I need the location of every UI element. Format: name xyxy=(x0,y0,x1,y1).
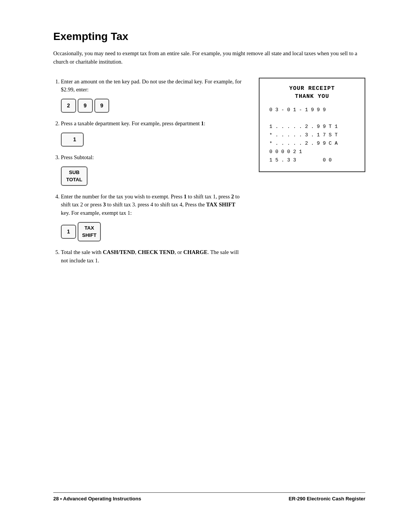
key-subtotal: SUB TOTAL xyxy=(61,166,88,186)
steps-list: Enter an amount on the ten key pad. Do n… xyxy=(53,78,244,265)
step-2-text: Press a taxable department key. For exam… xyxy=(61,120,244,128)
key-taxshift: TAX SHIFT xyxy=(78,222,101,241)
receipt-column: YOUR RECEIPT THANK YOU 0 3 - 0 1 - 1 9 9… xyxy=(259,78,365,493)
step-1-keys: 2 9 9 xyxy=(61,99,244,113)
step-1-text: Enter an amount on the ten key pad. Do n… xyxy=(61,78,244,94)
page-title: Exempting Tax xyxy=(53,30,365,43)
key-total-label: TOTAL xyxy=(66,176,82,184)
key-9b: 9 xyxy=(94,99,110,113)
step-1-container: Enter an amount on the ten key pad. Do n… xyxy=(61,78,244,113)
page: Exempting Tax Occasionally, you may need… xyxy=(0,0,411,532)
key-sub-label: SUB xyxy=(69,169,79,176)
key-dept-1: 1 xyxy=(61,133,84,147)
key-9a: 9 xyxy=(78,99,93,113)
step-2-keys: 1 xyxy=(61,133,244,147)
step-3-container: Press Subtotal: SUB TOTAL xyxy=(61,153,244,186)
step-4-keys: 1 TAX SHIFT xyxy=(61,222,244,241)
step-3-text: Press Subtotal: xyxy=(61,153,244,162)
key-shift-label: SHIFT xyxy=(82,232,97,239)
step-2-container: Press a taxable department key. For exam… xyxy=(61,120,244,147)
key-tax-label: TAX xyxy=(84,224,94,232)
step-4: Enter the number for the tax you wish to… xyxy=(61,193,244,241)
step-1: Enter an amount on the ten key pad. Do n… xyxy=(61,78,244,113)
key-1: 1 xyxy=(61,225,76,239)
step-4-container: Enter the number for the tax you wish to… xyxy=(61,193,244,241)
step-3-keys: SUB TOTAL xyxy=(61,166,244,186)
content-area: Enter an amount on the ten key pad. Do n… xyxy=(53,78,365,493)
step-5-text: Total the sale with CASH/TEND, CHECK TEN… xyxy=(61,248,244,265)
footer-right: ER-290 Electronic Cash Register xyxy=(288,496,365,502)
step-3: Press Subtotal: SUB TOTAL xyxy=(61,153,244,186)
steps-column: Enter an amount on the ten key pad. Do n… xyxy=(53,78,244,493)
footer: 28 • Advanced Operating Instructions ER-… xyxy=(53,492,365,502)
receipt-header-line1: YOUR RECEIPT xyxy=(266,85,358,93)
receipt-box: YOUR RECEIPT THANK YOU 0 3 - 0 1 - 1 9 9… xyxy=(259,78,365,173)
receipt-header: YOUR RECEIPT THANK YOU xyxy=(266,85,358,101)
key-2: 2 xyxy=(61,99,76,113)
intro-paragraph: Occasionally, you may need to exempt tax… xyxy=(53,50,365,66)
step-2: Press a taxable department key. For exam… xyxy=(61,120,244,147)
step-5: Total the sale with CASH/TEND, CHECK TEN… xyxy=(61,248,244,265)
receipt-body: 0 3 - 0 1 - 1 9 9 9 1 . . . . . 2 . 9 9 … xyxy=(266,106,358,165)
step-4-text: Enter the number for the tax you wish to… xyxy=(61,193,244,217)
receipt-header-line2: THANK YOU xyxy=(266,93,358,101)
footer-left: 28 • Advanced Operating Instructions xyxy=(53,496,141,502)
step-5-container: Total the sale with CASH/TEND, CHECK TEN… xyxy=(61,248,244,265)
